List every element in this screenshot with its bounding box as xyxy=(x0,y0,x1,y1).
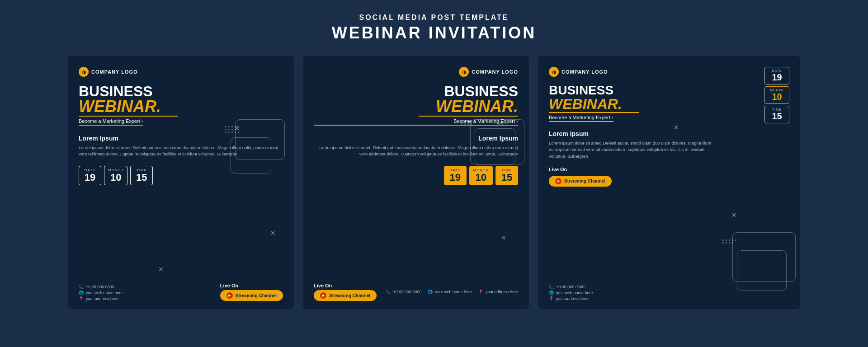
deco-cross-c3-2: ✕ xyxy=(731,211,737,219)
date-row-2: DATE 19 MONTH 10 TIME 15 xyxy=(314,166,518,185)
date-box-2: DATE 19 xyxy=(444,166,467,185)
logo-icon-2: ◑ xyxy=(459,67,469,77)
address-item-3: 📍 your.address.here xyxy=(549,296,593,301)
phone-icon-2: 📞 xyxy=(386,290,391,294)
date-box-3: DATE 19 xyxy=(764,67,789,84)
month-label-3: MONTH xyxy=(768,89,786,92)
time-value-3: 15 xyxy=(768,111,786,121)
heading-business-3: BUSINESS xyxy=(549,84,639,97)
phone-icon-1: 📞 xyxy=(79,285,84,289)
lorem-title-3: Lorem Ipsum xyxy=(549,130,721,137)
page-title: Webinar Invitation xyxy=(332,23,537,42)
heading-business-2: BUSINESS xyxy=(314,84,518,98)
main-heading-3: BUSINESS WEBINAR Become a Marketing Expe… xyxy=(549,84,639,122)
company-logo-text-1: Company Logo xyxy=(91,69,138,75)
web-icon-1: 🌐 xyxy=(79,291,84,295)
month-value-1: 10 xyxy=(108,172,123,183)
page-header: Social Media Post Template Webinar Invit… xyxy=(332,14,537,42)
time-value-1: 15 xyxy=(134,172,149,183)
date-value-1: 19 xyxy=(83,172,97,183)
date-label-3: DATE xyxy=(768,69,786,72)
address-item-1: 📍 your.address.here xyxy=(79,296,123,301)
deco-dots-1 xyxy=(225,126,240,133)
card-2: ✕ ✕ ◑ Company Logo BUSINESS WEBINAR Beco… xyxy=(303,56,529,309)
deco-cross-2: ✕ xyxy=(270,230,276,237)
address-icon-3: 📍 xyxy=(549,296,554,301)
address-text-1: your.address.here xyxy=(86,296,118,301)
month-value-2: 10 xyxy=(473,172,489,183)
address-icon-2: 📍 xyxy=(478,290,483,294)
heading-subtitle-3: Become a Marketing Expert xyxy=(549,115,613,122)
phone-icon-3: 📞 xyxy=(549,285,554,289)
heading-webinar-2: WEBINAR xyxy=(314,98,518,115)
address-item-2: 📍 your.address.here xyxy=(478,290,518,294)
deco-cross-3: ✕ xyxy=(158,266,164,273)
card3-left: ◑ Company Logo BUSINESS WEBINAR Become a… xyxy=(549,67,639,124)
streaming-text-3: Streaming Channel xyxy=(564,178,605,183)
page-subtitle: Social Media Post Template xyxy=(332,14,537,22)
heading-webinar-1: WEBINAR xyxy=(79,98,283,115)
month-box-3: MONTH 10 xyxy=(764,86,789,104)
time-label-3: TIME xyxy=(768,108,786,111)
deco-dots-c2 xyxy=(461,121,476,125)
deco-dots-c3 xyxy=(722,239,737,244)
month-box-1: MONTH 10 xyxy=(104,166,127,185)
web-item-2: 🌐 your.web.name.here xyxy=(428,290,472,294)
deco-cross-c3-1: ✕ xyxy=(674,124,679,131)
deco-sq-c2-2 xyxy=(475,128,515,164)
play-icon-1: ▶ xyxy=(226,292,233,299)
heading-webinar-3: WEBINAR xyxy=(549,97,639,111)
company-logo-text-3: Company Logo xyxy=(561,69,608,75)
streaming-btn-2[interactable]: ▶ Streaming Channel xyxy=(314,290,377,301)
company-logo-text-2: Company Logo xyxy=(472,69,518,75)
time-box-2: TIME 15 xyxy=(495,166,518,185)
streaming-btn-1[interactable]: ▶ Streaming Channel xyxy=(220,290,283,301)
deco-cross-c2-2: ✕ xyxy=(501,234,506,241)
phone-item-1: 📞 +0 00 000 0000 xyxy=(79,285,123,289)
lorem-section-3: Lorem Ipsum Lorem ipsum dolor sit amet. … xyxy=(549,130,721,159)
play-icon-2: ▶ xyxy=(320,292,326,299)
card3-dates: DATE 19 MONTH 10 TIME 15 xyxy=(764,67,789,123)
logo-icon-3: ◑ xyxy=(549,67,559,77)
company-logo-row-2: ◑ Company Logo xyxy=(314,67,518,77)
live-on-label-1: Live On xyxy=(220,283,238,288)
date-value-2: 19 xyxy=(448,172,462,183)
card3-top-row: ◑ Company Logo BUSINESS WEBINAR Become a… xyxy=(549,67,789,124)
time-box-1: TIME 15 xyxy=(130,166,153,185)
logo-icon-1: ◑ xyxy=(79,67,89,77)
phone-text-2: +0 00 000 0000 xyxy=(393,290,422,294)
deco-square-2 xyxy=(231,137,271,174)
address-text-2: your.address.here xyxy=(486,290,518,294)
live-on-1: Live On ▶ Streaming Channel xyxy=(220,283,283,301)
streaming-btn-3[interactable]: ▶ Streaming Channel xyxy=(549,176,612,187)
web-text-1: your.web.name.here xyxy=(86,291,123,295)
contact-info-3: 📞 +0 00 000 0000 🌐 your.web.name.here 📍 … xyxy=(549,285,593,301)
company-logo-row-3: ◑ Company Logo xyxy=(549,67,639,77)
time-value-2: 15 xyxy=(500,172,514,183)
web-text-3: your.web.name.here xyxy=(556,291,593,295)
time-box-3: TIME 15 xyxy=(764,106,789,123)
date-value-3: 19 xyxy=(768,72,786,82)
live-on-3: Live On ▶ Streaming Channel xyxy=(549,167,789,187)
streaming-text-2: Streaming Channel xyxy=(329,293,370,298)
live-on-label-2: Live On xyxy=(314,283,332,288)
live-on-label-3: Live On xyxy=(549,167,567,172)
phone-text-1: +0 00 000 0000 xyxy=(86,285,114,289)
card-footer-2: Live On ▶ Streaming Channel 📞 +0 00 000 … xyxy=(314,283,518,301)
contact-info-1: 📞 +0 00 000 0000 🌐 your.web.name.here 📍 … xyxy=(79,285,123,301)
web-icon-3: 🌐 xyxy=(549,291,554,295)
heading-subtitle-1: Become a Marketing Expert xyxy=(79,118,143,126)
web-item-1: 🌐 your.web.name.here xyxy=(79,291,123,295)
company-logo-row-1: ◑ Company Logo xyxy=(79,67,283,77)
address-text-3: your.address.here xyxy=(556,296,589,301)
web-item-3: 🌐 your.web.name.here xyxy=(549,291,593,295)
address-icon-1: 📍 xyxy=(79,296,84,301)
card-footer-3: 📞 +0 00 000 0000 🌐 your.web.name.here 📍 … xyxy=(549,285,789,301)
streaming-text-1: Streaming Channel xyxy=(236,293,277,298)
card-3: ✕ ✕ ◑ Company Logo BUSINESS xyxy=(538,56,800,309)
card-footer-1: 📞 +0 00 000 0000 🌐 your.web.name.here 📍 … xyxy=(79,283,283,301)
month-box-2: MONTH 10 xyxy=(469,166,493,185)
web-text-2: your.web.name.here xyxy=(435,290,472,294)
live-on-2: Live On ▶ Streaming Channel xyxy=(314,283,377,301)
card-1: ✕ ✕ ✕ ◑ Company Logo BUSINESS WEBINAR Be… xyxy=(68,56,294,309)
